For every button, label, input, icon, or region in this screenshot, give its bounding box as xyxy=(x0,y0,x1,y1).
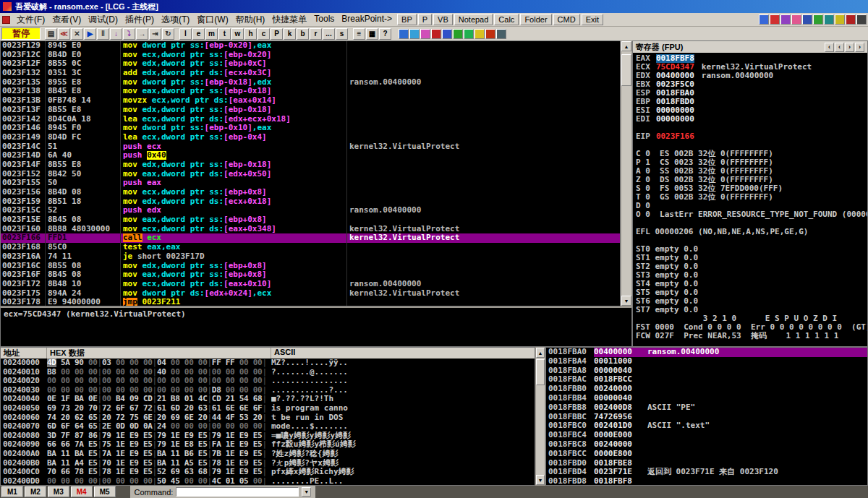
menu-button[interactable]: BP xyxy=(397,14,417,25)
scrollbar-thumb[interactable] xyxy=(536,359,545,385)
toolbar-nav-button[interactable]: ≪ xyxy=(58,28,70,40)
menu-item[interactable]: 查看(V) xyxy=(48,13,85,27)
scroll-up-icon[interactable]: ▲ xyxy=(621,41,631,51)
menu-item[interactable]: 调试(D) xyxy=(85,13,122,27)
disasm-row[interactable]: 0023F14C51push ecxkernel32.VirtualProtec… xyxy=(1,142,620,152)
menu-item[interactable]: BreakPoint-> xyxy=(338,13,396,27)
menu-button[interactable]: Notepad xyxy=(454,14,493,25)
toolbar-color-icon[interactable] xyxy=(475,29,485,39)
plugin-color-icon[interactable] xyxy=(780,14,791,25)
registers-pane-switch[interactable]: › xyxy=(855,43,864,52)
disasm-row[interactable]: 0023F15550push eax xyxy=(1,179,620,188)
command-dropdown-icon[interactable]: ▼ xyxy=(302,487,311,497)
disasm-row[interactable]: 0023F16C8B55 08mov edx,dword ptr ss:[ebp… xyxy=(1,262,620,271)
dump-scrollbar[interactable]: ▲ ▼ xyxy=(535,347,545,486)
plugin-color-icon[interactable] xyxy=(791,14,801,25)
plugin-color-icon[interactable] xyxy=(802,14,812,25)
dump-header-hex[interactable]: HEX 数据 xyxy=(47,348,271,359)
toolbar-nav-button[interactable]: ⇥ xyxy=(149,28,161,40)
plugin-color-icon[interactable] xyxy=(856,14,867,25)
dump-row[interactable]: 00240010B8 00 00 00|00 00 00 00|40 00 00… xyxy=(1,368,535,377)
scroll-up-icon[interactable]: ▲ xyxy=(536,348,545,358)
register-row[interactable]: EDX00400000ransom.00400000 xyxy=(633,72,867,80)
stack-row[interactable]: 0018FBCC0000E800 xyxy=(546,450,867,459)
plugin-color-icon[interactable] xyxy=(813,14,823,25)
toolbar-letter-button[interactable]: k xyxy=(284,28,296,40)
disasm-row[interactable]: 0023F166FFD1call ecxkernel32.VirtualProt… xyxy=(1,233,620,243)
scroll-down-icon[interactable]: ▼ xyxy=(536,475,545,485)
toolbar-letter-button[interactable]: l xyxy=(179,28,192,40)
disasm-row[interactable]: 0023F16F8B45 08mov eax,dword ptr ss:[ebp… xyxy=(1,270,620,280)
dump-row[interactable]: 002400004D 5A 90 00|03 00 00 00|04 00 00… xyxy=(1,359,535,368)
toolbar-color-icon[interactable] xyxy=(442,29,452,39)
plugin-color-icon[interactable] xyxy=(835,14,845,25)
toolbar-extra-button[interactable]: ▦ xyxy=(366,28,378,40)
disasm-row[interactable]: 0023F12F8B55 0Cmov edx,dword ptr ss:[ebp… xyxy=(1,59,620,69)
toolbar-nav-button[interactable]: ✕ xyxy=(71,28,83,40)
dump-row[interactable]: 0024006074 20 62 65|20 72 75 6E|20 69 6E… xyxy=(1,413,535,423)
register-row[interactable]: EAX0018FBF8 xyxy=(633,54,867,63)
toolbar-letter-button[interactable]: e xyxy=(192,28,205,40)
menu-item[interactable]: 快捷菜单 xyxy=(268,13,310,27)
disasm-row[interactable]: 0023F1498D4D FClea ecx,dword ptr ss:[ebp… xyxy=(1,133,620,142)
stack-row[interactable]: 0018FBC800240000 xyxy=(546,440,867,450)
scroll-down-icon[interactable]: ▼ xyxy=(621,296,631,306)
disasm-row[interactable]: 0023F15E8B45 08mov eax,dword ptr ss:[ebp… xyxy=(1,215,620,225)
disasm-row[interactable]: 0023F12C8B4D E0mov ecx,dword ptr ss:[ebp… xyxy=(1,51,620,60)
dump-row[interactable]: 002400C070 66 78 E5|78 1E E9 E5|52 69 63… xyxy=(1,468,535,477)
disasm-row[interactable]: 0023F1728B48 10mov ecx,dword ptr ds:[eax… xyxy=(1,280,620,289)
toolbar-letter-button[interactable]: h xyxy=(244,28,257,40)
disasm-row[interactable]: 0023F16885C0test eax,eax xyxy=(1,243,620,252)
menu-item[interactable]: 窗口(W) xyxy=(193,13,231,27)
disasm-scrollbar[interactable]: ▲ ▼ xyxy=(621,40,632,306)
dump-row[interactable]: 0024005069 73 20 70|72 6F 67 72|61 6D 20… xyxy=(1,404,535,413)
tab-M4[interactable]: M4 xyxy=(71,486,93,497)
toolbar-letter-button[interactable]: b xyxy=(297,28,309,40)
disasm-row[interactable]: 0023F1298945 E0mov dword ptr ss:[ebp-0x2… xyxy=(1,41,620,51)
disasm-row[interactable]: 0023F1358955 E8mov dword ptr ss:[ebp-0x1… xyxy=(1,78,620,87)
disasm-row[interactable]: 0023F175894A 24mov dword ptr ds:[edx+0x2… xyxy=(1,289,620,299)
disasm-row[interactable]: 0023F1598B51 18mov edx,dword ptr ds:[ecx… xyxy=(1,197,620,207)
disasm-row[interactable]: 0023F1568B4D 08mov ecx,dword ptr ss:[ebp… xyxy=(1,188,620,197)
toolbar-letter-button[interactable]: r xyxy=(310,28,322,40)
registers-pane-switch[interactable]: › xyxy=(845,43,854,52)
toolbar-color-icon[interactable] xyxy=(453,29,463,39)
toolbar-color-icon[interactable] xyxy=(409,29,420,39)
register-row[interactable]: ESP0018FBA0 xyxy=(633,89,867,98)
register-row[interactable]: EBP0018FBD0 xyxy=(633,98,867,106)
disasm-row[interactable]: 0023F16A74 11je short 0023F17D xyxy=(1,252,620,262)
menu-item[interactable]: 帮助(H) xyxy=(232,13,269,27)
disasm-row[interactable]: 0023F1608B88 48030000mov ecx,dword ptr d… xyxy=(1,225,620,234)
plugin-color-icon[interactable] xyxy=(824,14,834,25)
toolbar-letter-button[interactable]: P xyxy=(271,28,283,40)
toolbar-letter-button[interactable]: t xyxy=(218,28,231,40)
child-window-icon[interactable] xyxy=(2,16,10,24)
toolbar-color-icon[interactable] xyxy=(431,29,441,39)
toolbar-nav-button[interactable]: ‖ xyxy=(97,28,109,40)
tab-M5[interactable]: M5 xyxy=(94,486,116,497)
register-row[interactable]: ECX75CD4347kernel32.VirtualProtect xyxy=(633,63,867,72)
dump-row[interactable]: 002400B0BA 11 A4 E5|70 1E E9 E5|BA 11 A5… xyxy=(1,459,535,468)
dump-header-ascii[interactable]: ASCII xyxy=(271,348,535,359)
stack-row[interactable]: 0018FBB400000040 xyxy=(546,394,867,403)
disasm-row[interactable]: 0023F1388B45 E8mov eax,dword ptr ss:[ebp… xyxy=(1,87,620,96)
menu-item[interactable]: 文件(F) xyxy=(13,13,48,27)
stack-row[interactable]: 0018FBB8002400D8ASCII "PE" xyxy=(546,403,867,413)
disasm-row[interactable]: 0023F1468945 F0mov dword ptr ss:[ebp-0x1… xyxy=(1,124,620,133)
menu-button[interactable]: Calc xyxy=(494,14,519,25)
toolbar-nav-button[interactable]: ↓ xyxy=(110,28,122,40)
toolbar-color-icon[interactable] xyxy=(464,29,474,39)
title-bar[interactable]: 吾爱破解 - ransom.exe - [LCG - 主线程] xyxy=(0,0,868,13)
dump-header-address[interactable]: 地址 xyxy=(1,348,47,359)
disasm-row[interactable]: 0023F178E9 94000000jmp 0023F211 xyxy=(1,298,620,306)
disasm-row[interactable]: 0023F1528B42 50mov eax,dword ptr ds:[edx… xyxy=(1,170,620,179)
command-input[interactable] xyxy=(176,487,299,497)
toolbar-letter-button[interactable]: w xyxy=(231,28,244,40)
tab-M1[interactable]: M1 xyxy=(1,486,23,497)
dump-row[interactable]: 0024003000 00 00 00|00 00 00 00|00 00 00… xyxy=(1,386,535,395)
menu-button[interactable]: Exit xyxy=(582,14,603,25)
stack-row[interactable]: 0018FBA000400000ransom.00400000 xyxy=(546,348,867,357)
menu-button[interactable]: CMD xyxy=(553,14,580,25)
plugin-color-icon[interactable] xyxy=(770,14,780,25)
toolbar-nav-button[interactable]: ↻ xyxy=(162,28,174,40)
